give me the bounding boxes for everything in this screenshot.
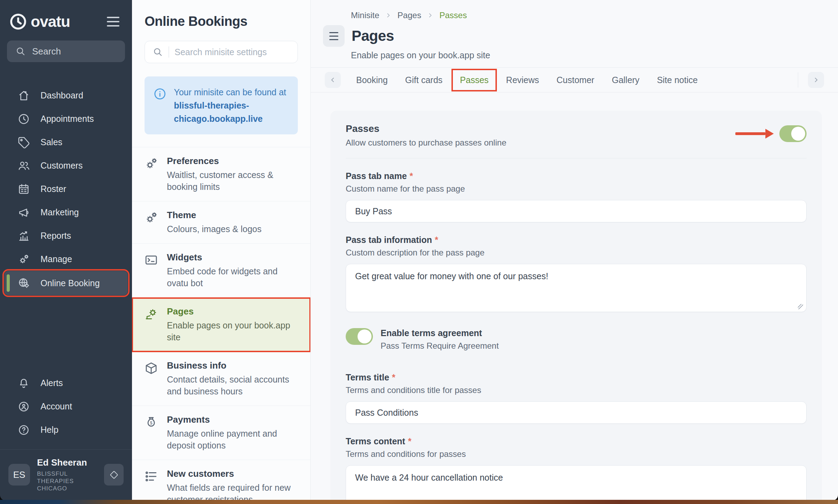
sidebar-search[interactable]: Search bbox=[7, 40, 125, 62]
sidebar-item-manage[interactable]: Manage bbox=[0, 247, 132, 271]
ovatu-logo-icon bbox=[9, 13, 27, 31]
tabs-scroll-left-button[interactable] bbox=[325, 72, 341, 88]
toggle-description: Pass Terms Require Agreement bbox=[381, 341, 499, 351]
sidebar-item-roster[interactable]: Roster bbox=[0, 177, 132, 201]
pass-tab-information-textarea[interactable]: Get great value for money with one of ou… bbox=[346, 264, 807, 312]
sidebar-item-account[interactable]: Account bbox=[0, 395, 132, 418]
tab-site-notice[interactable]: Site notice bbox=[657, 75, 698, 85]
sidebar-footer-nav: Alerts Account Help bbox=[0, 371, 132, 442]
sidebar-item-online-booking[interactable]: Online Booking bbox=[4, 271, 128, 295]
panel-title: Online Bookings bbox=[145, 14, 298, 29]
field-hint: Custom name for the pass page bbox=[346, 184, 807, 194]
settings-item-preferences[interactable]: PreferencesWaitlist, customer access & b… bbox=[132, 147, 310, 201]
tab-content: Passes Allow customers to purchase passe… bbox=[311, 92, 838, 501]
sidebar-item-reports[interactable]: Reports bbox=[0, 224, 132, 247]
avatar: ES bbox=[8, 464, 30, 486]
brand: ovatu bbox=[9, 13, 70, 31]
required-mark: * bbox=[408, 436, 411, 446]
settings-item-business-info[interactable]: Business infoContact details, social acc… bbox=[132, 352, 310, 406]
toggle-label: Enable terms agreement bbox=[381, 328, 499, 338]
main-content: Minisite Pages Passes Pages Enable pages… bbox=[311, 0, 838, 501]
brand-name: ovatu bbox=[31, 13, 70, 30]
screen: ovatu Search Dashboard Appointments Sale… bbox=[0, 0, 838, 504]
page-title: Pages bbox=[352, 28, 394, 44]
passes-toggle[interactable] bbox=[779, 125, 807, 142]
sidebar-item-customers[interactable]: Customers bbox=[0, 154, 132, 177]
settings-item-pages[interactable]: PagesEnable pages on your book.app site bbox=[132, 298, 310, 352]
sidebar-item-help[interactable]: Help bbox=[0, 418, 132, 442]
breadcrumb-minisite[interactable]: Minisite bbox=[351, 10, 379, 20]
field-label: Terms content bbox=[346, 436, 405, 446]
tab-passes[interactable]: Passes bbox=[451, 69, 497, 91]
sidebar-item-dashboard[interactable]: Dashboard bbox=[0, 84, 132, 107]
terms-content-textarea[interactable]: We have a 24 hour cancellation notice bbox=[346, 465, 807, 501]
switch-location-button[interactable] bbox=[104, 464, 124, 486]
breadcrumb-passes: Passes bbox=[439, 10, 467, 20]
field-hint: Terms and conditions title for passes bbox=[346, 385, 807, 395]
tab-customer[interactable]: Customer bbox=[557, 75, 594, 85]
breadcrumb-pages[interactable]: Pages bbox=[397, 10, 421, 20]
sidebar-search-label: Search bbox=[32, 46, 61, 57]
tab-reviews[interactable]: Reviews bbox=[506, 75, 539, 85]
chevron-left-icon bbox=[329, 76, 337, 84]
settings-panel: Online Bookings Your minisite can be fou… bbox=[132, 0, 311, 501]
tab-booking[interactable]: Booking bbox=[356, 75, 388, 85]
terminal-icon bbox=[144, 253, 159, 267]
notice-text: Your minisite can be found at bbox=[174, 87, 286, 97]
chart-icon bbox=[17, 230, 30, 242]
breadcrumb: Minisite Pages Passes bbox=[311, 0, 838, 20]
field-hint: Terms and conditions for passes bbox=[346, 449, 807, 459]
chevron-right-icon bbox=[385, 12, 392, 19]
money-bag-icon: $ bbox=[144, 415, 159, 430]
section-subtitle: Allow customers to purchase passes onlin… bbox=[346, 138, 506, 148]
sidebar-item-appointments[interactable]: Appointments bbox=[0, 107, 132, 131]
user-card[interactable]: ES Ed Sheeran BLISSFUL THERAPIES CHICAGO bbox=[0, 450, 132, 501]
terms-title-input[interactable] bbox=[346, 401, 807, 424]
minisite-search-input[interactable] bbox=[175, 47, 290, 57]
tabs-scroll-right-button[interactable] bbox=[808, 72, 824, 88]
required-mark: * bbox=[435, 235, 438, 245]
minisite-link[interactable]: blissful-therapies-chicago.bookapp.live bbox=[174, 101, 263, 124]
bell-icon bbox=[17, 377, 30, 390]
page-subtitle: Enable pages on your book.app site bbox=[351, 50, 838, 60]
pass-tab-name-input[interactable] bbox=[346, 200, 807, 222]
app-window: ovatu Search Dashboard Appointments Sale… bbox=[0, 0, 838, 501]
pages-gear-icon bbox=[144, 307, 159, 321]
user-org: BLISSFUL THERAPIES CHICAGO bbox=[37, 470, 97, 492]
minisite-search bbox=[145, 41, 298, 63]
tab-gift-cards[interactable]: Gift cards bbox=[405, 75, 442, 85]
search-icon bbox=[153, 47, 163, 57]
settings-item-widgets[interactable]: WidgetsEmbed code for widgets and ovatu … bbox=[132, 244, 310, 298]
panel-toggle-button[interactable] bbox=[323, 25, 345, 47]
annotation-arrow bbox=[735, 129, 774, 139]
clock-icon bbox=[17, 113, 30, 125]
help-icon bbox=[17, 424, 30, 436]
enable-terms-agreement-toggle[interactable] bbox=[346, 328, 373, 345]
toggle-knob bbox=[358, 329, 372, 343]
info-icon bbox=[153, 87, 167, 101]
account-icon bbox=[17, 400, 30, 413]
settings-item-payments[interactable]: $ PaymentsManage online payment and depo… bbox=[132, 406, 310, 460]
tab-gallery[interactable]: Gallery bbox=[612, 75, 639, 85]
settings-item-theme[interactable]: ThemeColours, images & logos bbox=[132, 201, 310, 244]
active-indicator bbox=[7, 274, 10, 292]
svg-text:$: $ bbox=[150, 421, 153, 425]
box-icon bbox=[144, 361, 159, 376]
home-icon bbox=[17, 89, 30, 102]
sidebar-item-marketing[interactable]: Marketing bbox=[0, 201, 132, 224]
desk-background bbox=[0, 500, 838, 504]
chevron-right-icon bbox=[427, 12, 434, 19]
gears-icon bbox=[144, 156, 159, 171]
settings-item-new-customers[interactable]: New customersWhat fields are required fo… bbox=[132, 460, 310, 501]
sidebar-nav: Dashboard Appointments Sales Customers R… bbox=[0, 84, 132, 295]
field-hint: Custom description for the pass page bbox=[346, 248, 807, 258]
tab-bar: Booking Gift cards Passes Reviews Custom… bbox=[311, 67, 838, 92]
field-label: Terms title bbox=[346, 372, 389, 382]
sidebar-menu-icon[interactable] bbox=[105, 15, 122, 29]
passes-settings-card: Passes Allow customers to purchase passe… bbox=[330, 111, 822, 501]
sidebar-item-alerts[interactable]: Alerts bbox=[0, 371, 132, 395]
calendar-icon bbox=[17, 183, 30, 195]
gears-icon bbox=[144, 210, 159, 225]
sidebar-item-sales[interactable]: Sales bbox=[0, 131, 132, 154]
sidebar: ovatu Search Dashboard Appointments Sale… bbox=[0, 0, 132, 501]
